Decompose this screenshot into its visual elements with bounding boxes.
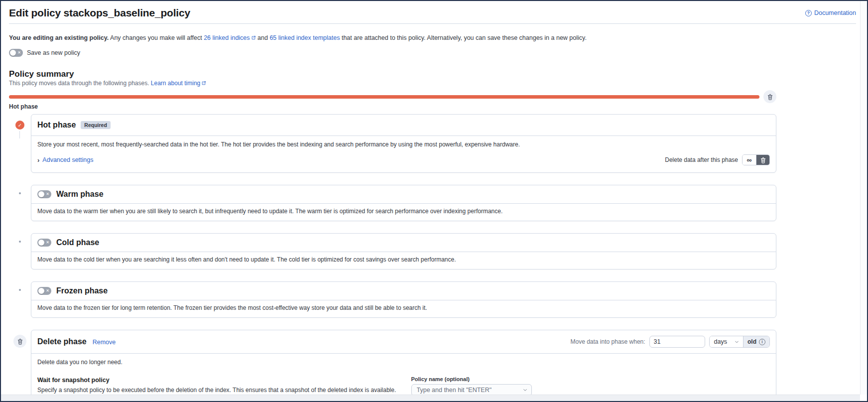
delete-phase-title: Delete phase	[37, 337, 87, 347]
vertical-scrollbar[interactable]	[860, 1, 867, 395]
timeline-delete-phase-button[interactable]	[763, 90, 776, 103]
help-icon: ?	[805, 10, 812, 16]
delete-phase-body: Delete data you no longer need. Wait for…	[31, 354, 776, 401]
cold-phase-header: ✕ Cold phase	[31, 234, 776, 252]
frozen-phase-panel: ✕ Frozen phase Move data to the frozen t…	[31, 281, 776, 318]
trash-icon	[17, 338, 23, 345]
cold-phase-toggle[interactable]: ✕	[37, 239, 51, 247]
warm-phase-title: Warm phase	[56, 189, 104, 199]
external-link-icon	[201, 81, 206, 86]
callout-bold-text: You are editing an existing policy.	[9, 34, 109, 41]
delete-phase-header-left: Delete phase Remove	[37, 337, 116, 347]
cold-phase-panel: ✕ Cold phase Move data to the cold tier …	[31, 233, 776, 269]
toggle-off-icon: ✕	[46, 192, 49, 196]
infinity-icon: ∞	[747, 156, 752, 163]
warm-phase-toggle[interactable]: ✕	[37, 190, 51, 198]
callout-text-3: that are attached to this policy. Altern…	[340, 34, 586, 41]
hot-phase-marker: ✓	[15, 121, 24, 130]
delete-phase-description: Delete data you no longer need.	[37, 359, 770, 366]
info-icon[interactable]: i	[759, 339, 765, 345]
policy-summary-title: Policy summary	[9, 69, 776, 80]
hot-phase-panel: Hot phase Required Store your most recen…	[31, 114, 776, 173]
warm-phase-description: Move data to the warm tier when you are …	[31, 204, 776, 221]
cold-phase-rail	[9, 233, 31, 269]
page-header: Edit policy stackops_baseline_policy ? D…	[9, 7, 856, 19]
toggle-knob	[38, 240, 44, 246]
edit-policy-callout: You are editing an existing policy. Any …	[9, 34, 856, 42]
delete-data-button[interactable]	[756, 155, 769, 165]
timing-suffix-label: old	[747, 338, 756, 345]
documentation-link-label: Documentation	[814, 9, 856, 16]
frozen-phase-rail	[9, 281, 31, 318]
frozen-phase-title: Frozen phase	[56, 286, 108, 296]
rail-dot	[19, 289, 21, 291]
delete-data-after-phase-label: Delete data after this phase	[665, 156, 738, 164]
remove-delete-phase-link[interactable]: Remove	[93, 339, 116, 346]
learn-about-timing-link[interactable]: Learn about timing	[151, 80, 206, 87]
hot-phase-header: Hot phase Required	[31, 115, 776, 135]
check-icon: ✓	[18, 123, 22, 128]
hot-phase-body: Store your most recent, most frequently-…	[31, 136, 776, 172]
timing-unit-value: days	[714, 338, 727, 345]
linked-indices-link[interactable]: 26 linked indices	[204, 34, 255, 41]
move-data-into-phase-label: Move data into phase when:	[570, 338, 645, 345]
warm-phase-row: ✕ Warm phase Move data to the warm tier …	[9, 185, 776, 221]
delete-data-button-group: ∞	[742, 154, 770, 165]
page-title: Edit policy stackops_baseline_policy	[9, 7, 190, 19]
hot-phase-title: Hot phase	[37, 120, 76, 130]
phases-list: ✓ Hot phase Required Store your most rec…	[9, 114, 776, 401]
toggle-off-icon: ✕	[17, 51, 21, 55]
keep-data-forever-button[interactable]: ∞	[743, 155, 756, 165]
external-link-icon	[251, 35, 256, 40]
trash-icon	[767, 94, 773, 100]
trash-icon	[760, 157, 766, 163]
toggle-knob	[10, 50, 16, 56]
delete-data-after-phase-control: Delete data after this phase ∞	[665, 154, 770, 165]
page-content: Edit policy stackops_baseline_policy ? D…	[1, 1, 860, 401]
chevron-right-icon: ›	[37, 157, 39, 163]
delete-phase-timing-controls: Move data into phase when: days old i	[570, 336, 770, 348]
required-badge: Required	[81, 121, 111, 129]
horizontal-scrollbar[interactable]	[1, 395, 860, 401]
delete-phase-row: Delete phase Remove Move data into phase…	[9, 330, 776, 401]
documentation-link[interactable]: ? Documentation	[805, 9, 856, 16]
advanced-settings-accordion[interactable]: › Advanced settings	[37, 156, 94, 164]
delete-phase-rail	[9, 330, 31, 401]
chevron-down-icon[interactable]	[522, 388, 528, 393]
toggle-off-icon: ✕	[46, 289, 49, 293]
hot-phase-footer-row: › Advanced settings Delete data after th…	[37, 154, 770, 165]
timing-unit-select[interactable]: days	[710, 336, 743, 347]
policy-timeline	[9, 90, 776, 103]
save-as-new-policy-row: ✕ Save as new policy	[9, 49, 856, 57]
frozen-phase-description: Move data to the frozen tier for long te…	[31, 300, 776, 317]
frozen-phase-toggle[interactable]: ✕	[37, 287, 51, 295]
delete-phase-marker	[13, 335, 26, 348]
delete-phase-header: Delete phase Remove Move data into phase…	[31, 330, 776, 353]
rail-connector	[19, 131, 20, 138]
wait-for-snapshot-title: Wait for snapshot policy	[37, 376, 396, 384]
frozen-phase-header: ✕ Frozen phase	[31, 282, 776, 300]
rail-dot	[19, 192, 21, 194]
timing-unit-group: days old i	[709, 336, 770, 348]
hot-phase-timeline-bar	[9, 95, 759, 99]
cold-phase-description: Move data to the cold tier when you are …	[31, 252, 776, 269]
policy-summary-section: Policy summary This policy moves data th…	[9, 69, 776, 110]
hot-phase-description: Store your most recent, most frequently-…	[37, 141, 770, 148]
policy-name-label: Policy name (optional)	[411, 376, 770, 383]
timeline-hot-phase-label: Hot phase	[9, 104, 776, 110]
policy-summary-subtitle: This policy moves data through the follo…	[9, 80, 776, 87]
chevron-down-icon	[734, 339, 740, 345]
warm-phase-rail	[9, 185, 31, 221]
timing-value-input[interactable]	[649, 336, 705, 348]
hot-phase-rail: ✓	[9, 114, 31, 173]
linked-index-templates-link[interactable]: 65 linked index templates	[269, 34, 340, 41]
toggle-off-icon: ✕	[46, 241, 49, 245]
warm-phase-header: ✕ Warm phase	[31, 185, 776, 203]
warm-phase-panel: ✕ Warm phase Move data to the warm tier …	[31, 185, 776, 221]
ilm-edit-policy-page: Edit policy stackops_baseline_policy ? D…	[0, 0, 868, 402]
rail-dot	[19, 241, 21, 243]
save-as-new-policy-toggle[interactable]: ✕	[9, 49, 23, 57]
advanced-settings-label: Advanced settings	[42, 156, 93, 164]
save-as-new-policy-label: Save as new policy	[27, 49, 80, 56]
cold-phase-row: ✕ Cold phase Move data to the cold tier …	[9, 233, 776, 269]
